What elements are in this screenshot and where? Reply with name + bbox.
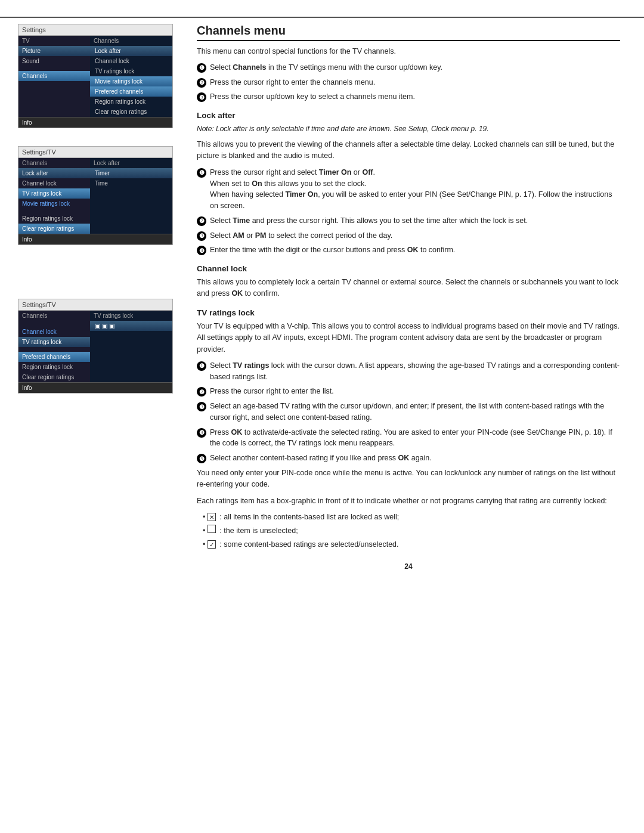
panel1-header: Settings — [18, 24, 172, 36]
lock-after-note: Note: Lock after is only selectable if t… — [197, 123, 620, 134]
p2-movie-ratings[interactable]: Movie ratings lock — [18, 199, 90, 209]
p3-r-blank1 — [90, 331, 172, 336]
panel1-lock-after[interactable]: Lock after — [90, 46, 172, 56]
p2-timer[interactable]: Timer — [90, 168, 172, 178]
lock-step3-text: Select AM or PM to select the correct pe… — [210, 230, 392, 241]
lock-step2-text: Select Time and press the cursor right. … — [210, 215, 528, 227]
panel1-tv-ratings[interactable]: TV ratings lock — [90, 66, 172, 76]
col-label2-channels: Channels — [18, 158, 90, 168]
channel-lock-title: Channel lock — [197, 264, 620, 273]
lock-after-title: Lock after — [197, 111, 620, 120]
menu-left-sound[interactable]: Sound — [18, 56, 90, 66]
tv-step1-num: ❶ — [197, 361, 206, 371]
lock-step-3: ❸ Select AM or PM to select the correct … — [197, 230, 620, 241]
p2-region-ratings[interactable]: Region ratings lock — [18, 213, 90, 224]
tv-step-1: ❶ Select TV ratings lock with the cursor… — [197, 360, 620, 383]
p3-r-blank7 — [90, 360, 172, 364]
panel1-header-label: Settings — [22, 26, 46, 33]
menu-left-blank5 — [18, 95, 90, 100]
p3-r-blank4 — [90, 345, 172, 350]
p2-blank — [18, 209, 90, 213]
p3-prefered[interactable]: Prefered channels — [18, 352, 90, 362]
lock-step-4: ❹ Enter the time with the digit or the c… — [197, 244, 620, 256]
tv-step5-num: ❺ — [197, 454, 206, 463]
col-label2-lockafter: Lock after — [90, 158, 172, 168]
panel2-info: Info — [18, 234, 172, 244]
col-label3-channels: Channels — [18, 311, 90, 321]
panel1-region-ratings[interactable]: Region ratings lock — [90, 97, 172, 107]
lock-step4-num: ❹ — [197, 246, 206, 255]
menu-left-channels[interactable]: Channels — [18, 71, 90, 81]
panel3-info: Info — [18, 382, 172, 393]
p3-tv-ratings[interactable]: TV ratings lock — [18, 337, 90, 347]
tv-footer-2: Each ratings item has a box-graphic in f… — [197, 496, 620, 507]
panel1-clear-region[interactable]: Clear region ratings — [90, 107, 172, 117]
panel2-header-label: Settings/TV — [22, 148, 56, 156]
p3-clear-region[interactable]: Clear region ratings — [18, 372, 90, 382]
col-label3-tvratings: TV ratings lock — [90, 311, 172, 321]
menu-left-picture[interactable]: Picture — [18, 46, 90, 56]
step2-text: Press the cursor right to enter the chan… — [210, 77, 375, 88]
step-1: ❶ Select Channels in the TV settings men… — [197, 62, 620, 73]
page-number: 24 — [197, 562, 620, 571]
p2-blank2 — [90, 193, 172, 198]
tv-step2-text: Press the cursor right to enter the list… — [210, 386, 334, 397]
lock-step4-text: Enter the time with the digit or the cur… — [210, 244, 455, 256]
menu-panel-1: Settings TV Picture Sound Channels Chann… — [18, 24, 173, 128]
p2-time[interactable]: Time — [90, 178, 172, 188]
panel1-info: Info — [18, 117, 172, 128]
p3-rating-boxes[interactable]: ▣ ▣ ▣ — [90, 321, 172, 331]
menu-left-blank3 — [18, 86, 90, 91]
p2-blank1 — [90, 188, 172, 193]
channels-intro: This menu can control special functions … — [197, 46, 620, 57]
step-3: ❸ Press the cursor up/down key to select… — [197, 91, 620, 103]
p3-blank — [18, 321, 90, 327]
bullet-partial: ✓ : some content-based ratings are selec… — [203, 539, 620, 550]
p3-channel-lock[interactable]: Channel lock — [18, 327, 90, 337]
lock-step3-num: ❸ — [197, 231, 206, 241]
p2-blank4 — [90, 203, 172, 208]
tv-footer-1: You need only enter your PIN-code once w… — [197, 467, 620, 491]
channels-menu-title: Channels menu — [197, 24, 620, 41]
p2-blank3 — [90, 198, 172, 203]
p2-clear-region[interactable]: Clear region ratings — [18, 224, 90, 234]
p2-lock-after[interactable]: Lock after — [18, 168, 90, 178]
tv-step-3: ❸ Select an age-based TV rating with the… — [197, 401, 620, 423]
panel2-header: Settings/TV — [18, 147, 172, 158]
panel1-prefered[interactable]: Prefered channels — [90, 86, 172, 97]
col-label-channels: Channels — [90, 36, 172, 46]
bullet-unselected: : the item is unselected; — [203, 525, 620, 537]
step1-text: Select Channels in the TV settings menu … — [210, 62, 442, 73]
lock-step1-num: ❶ — [197, 168, 206, 178]
tv-step4-text: Press OK to activate/de-activate the sel… — [210, 427, 620, 450]
lock-step1-text: Press the cursor right and select Timer … — [210, 167, 620, 212]
lock-after-body: This allows you to prevent the viewing o… — [197, 139, 620, 162]
tv-ratings-title: TV ratings lock — [197, 308, 620, 317]
tv-step3-text: Select an age-based TV rating with the c… — [210, 401, 620, 423]
p3-blank2 — [18, 347, 90, 352]
tv-step3-num: ❸ — [197, 402, 206, 411]
tv-step-5: ❺ Select another content-based rating if… — [197, 453, 620, 464]
lock-step-1: ❶ Press the cursor right and select Time… — [197, 167, 620, 212]
tv-step5-text: Select another content-based rating if y… — [210, 453, 432, 464]
step3-num: ❸ — [197, 92, 206, 102]
step3-text: Press the cursor up/down key to select a… — [210, 91, 415, 103]
p2-tv-ratings[interactable]: TV ratings lock — [18, 188, 90, 199]
p3-r-blank5 — [90, 350, 172, 355]
panel3-header: Settings/TV — [18, 299, 172, 311]
step2-num: ❷ — [197, 78, 206, 88]
tv-step-2: ❷ Press the cursor right to enter the li… — [197, 386, 620, 397]
p2-channel-lock[interactable]: Channel lock — [18, 178, 90, 188]
p3-r-blank2 — [90, 336, 172, 340]
panel1-channel-lock[interactable]: Channel lock — [90, 56, 172, 66]
bullet-locked: ✕ : all items in the contents-based list… — [203, 512, 620, 523]
menu-left-blank2 — [18, 81, 90, 86]
step1-num: ❶ — [197, 63, 206, 73]
panel1-movie-ratings[interactable]: Movie ratings lock — [90, 76, 172, 86]
menu-panel-3: Settings/TV Channels Channel lock TV rat… — [18, 299, 173, 394]
col-label-tv: TV — [18, 36, 90, 46]
p3-r-blank6 — [90, 355, 172, 360]
panel3-header-label: Settings/TV — [22, 301, 56, 308]
p3-region-ratings[interactable]: Region ratings lock — [18, 362, 90, 372]
menu-left-blank4 — [18, 91, 90, 95]
